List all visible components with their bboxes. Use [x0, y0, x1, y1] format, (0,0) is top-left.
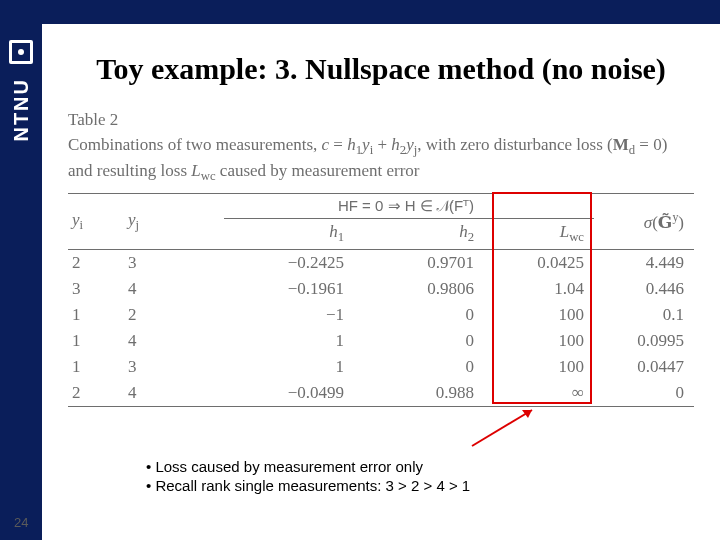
cell: 4	[124, 380, 224, 407]
page-title: Toy example: 3. Nullspace method (no noi…	[66, 52, 696, 86]
slide: NTNU Toy example: 3. Nullspace method (n…	[0, 0, 720, 540]
cell: 100	[484, 302, 594, 328]
note-text: Loss caused by measurement error only	[155, 458, 423, 475]
table-caption: Combinations of two measurements, c = h1…	[68, 134, 694, 185]
arrow-icon	[464, 404, 544, 450]
table-row: 1 4 1 0 100 0.0995	[68, 328, 694, 354]
table-row: 3 4 −0.1961 0.9806 1.04 0.446	[68, 276, 694, 302]
cell: 0.0995	[594, 328, 694, 354]
cell: 0.1	[594, 302, 694, 328]
cell: 4	[124, 276, 224, 302]
cell: 1	[224, 328, 354, 354]
table-row: 2 4 −0.0499 0.988 ∞ 0	[68, 380, 694, 407]
cell: 1.04	[484, 276, 594, 302]
cell: −0.2425	[224, 249, 354, 276]
cell: 0	[354, 328, 484, 354]
cell: 2	[68, 249, 124, 276]
cell: 0	[354, 354, 484, 380]
cell: −1	[224, 302, 354, 328]
cell: 1	[68, 302, 124, 328]
table-row: 1 3 1 0 100 0.0447	[68, 354, 694, 380]
cell: 0.988	[354, 380, 484, 407]
cell: 0	[594, 380, 694, 407]
table-block: Table 2 Combinations of two measurements…	[68, 110, 694, 407]
note-text: Recall rank single measurements: 3 > 2 >…	[155, 477, 470, 494]
cell: 0	[354, 302, 484, 328]
ntnu-logo-icon	[9, 40, 33, 64]
notes: • Loss caused by measurement error only …	[146, 458, 470, 496]
cell: 0.9701	[354, 249, 484, 276]
cell: ∞	[484, 380, 594, 407]
cell: 2	[68, 380, 124, 407]
cell: −0.1961	[224, 276, 354, 302]
cell: 3	[124, 354, 224, 380]
col-yj: yj	[124, 194, 224, 249]
cell: 1	[68, 328, 124, 354]
col-mid-header: HF = 0 ⇒ H ∈ 𝒩(Fᵀ)	[224, 194, 594, 219]
top-bar	[0, 0, 720, 24]
data-table: yi yj HF = 0 ⇒ H ∈ 𝒩(Fᵀ) σ(G̃y) h1 h2 Lw…	[68, 193, 694, 406]
col-lwc: Lwc	[484, 219, 594, 249]
col-sigma: σ(G̃y)	[594, 194, 694, 249]
left-bar: NTNU	[0, 0, 42, 540]
col-h1: h1	[224, 219, 354, 249]
cell: 3	[68, 276, 124, 302]
svg-marker-1	[522, 410, 532, 418]
cell: 100	[484, 354, 594, 380]
table-row: 1 2 −1 0 100 0.1	[68, 302, 694, 328]
content-area: Toy example: 3. Nullspace method (no noi…	[42, 24, 720, 540]
cell: 0.446	[594, 276, 694, 302]
brand-name: NTNU	[10, 78, 33, 142]
cell: 4	[124, 328, 224, 354]
cell: 1	[68, 354, 124, 380]
note-bullet-1: • Loss caused by measurement error only	[146, 458, 470, 475]
cell: 2	[124, 302, 224, 328]
table-row: 2 3 −0.2425 0.9701 0.0425 4.449	[68, 249, 694, 276]
cell: 3	[124, 249, 224, 276]
cell: 1	[224, 354, 354, 380]
note-bullet-2: • Recall rank single measurements: 3 > 2…	[146, 477, 470, 494]
cell: 0.0425	[484, 249, 594, 276]
cell: 0.9806	[354, 276, 484, 302]
slide-number: 24	[14, 515, 28, 530]
table-label: Table 2	[68, 110, 694, 130]
col-yi: yi	[68, 194, 124, 249]
cell: −0.0499	[224, 380, 354, 407]
cell: 100	[484, 328, 594, 354]
cell: 4.449	[594, 249, 694, 276]
cell: 0.0447	[594, 354, 694, 380]
col-h2: h2	[354, 219, 484, 249]
svg-line-0	[472, 410, 532, 446]
